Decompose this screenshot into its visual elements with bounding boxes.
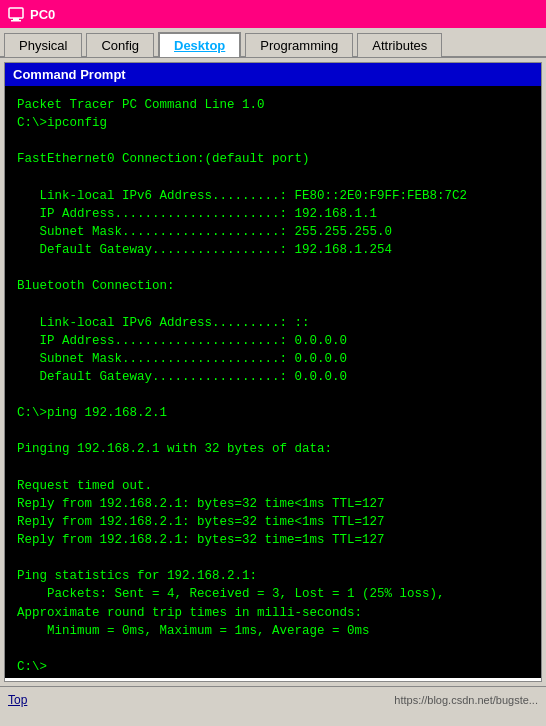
top-link[interactable]: Top bbox=[8, 693, 27, 707]
terminal-output[interactable]: Packet Tracer PC Command Line 1.0 C:\>ip… bbox=[5, 86, 541, 678]
tab-physical[interactable]: Physical bbox=[4, 33, 82, 57]
svg-rect-1 bbox=[13, 18, 19, 20]
title-bar: PC0 bbox=[0, 0, 546, 28]
status-bar: Top https://blog.csdn.net/bugste... bbox=[0, 686, 546, 712]
svg-rect-0 bbox=[9, 8, 23, 18]
tab-desktop[interactable]: Desktop bbox=[158, 32, 241, 57]
svg-rect-2 bbox=[11, 20, 21, 22]
tab-attributes[interactable]: Attributes bbox=[357, 33, 442, 57]
tab-programming[interactable]: Programming bbox=[245, 33, 353, 57]
command-prompt-header: Command Prompt bbox=[5, 63, 541, 86]
window-title: PC0 bbox=[30, 7, 55, 22]
pc-icon bbox=[8, 6, 24, 22]
main-content: Command Prompt Packet Tracer PC Command … bbox=[4, 62, 542, 682]
tab-bar: Physical Config Desktop Programming Attr… bbox=[0, 28, 546, 58]
tab-config[interactable]: Config bbox=[86, 33, 154, 57]
status-url: https://blog.csdn.net/bugste... bbox=[394, 694, 538, 706]
